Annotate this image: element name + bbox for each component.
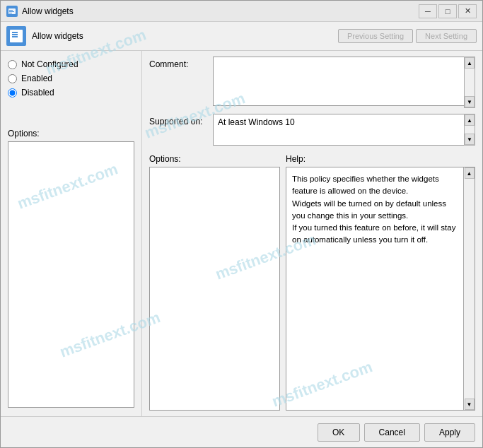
supported-field: At least Windows 10 ▲ ▼	[213, 114, 475, 146]
cancel-button[interactable]: Cancel	[364, 423, 420, 442]
next-setting-button[interactable]: Next Setting	[416, 29, 477, 43]
policy-title-area: Allow widgets	[6, 26, 334, 46]
enabled-label: Enabled	[21, 73, 52, 83]
left-panel: Not Configured Enabled Disabled Options:	[1, 51, 142, 416]
toolbar: Allow widgets Previous Setting Next Sett…	[1, 22, 482, 51]
help-scroll-down[interactable]: ▼	[465, 399, 475, 410]
comment-field: ▲ ▼	[213, 57, 475, 108]
help-scroll-up[interactable]: ▲	[465, 167, 475, 179]
disabled-option[interactable]: Disabled	[8, 88, 134, 98]
window-icon	[6, 6, 18, 17]
policy-name: Allow widgets	[32, 31, 83, 41]
not-configured-label: Not Configured	[21, 59, 78, 69]
svg-rect-3	[9, 13, 12, 13]
policy-icon-inner	[10, 30, 23, 42]
options-label-left: Options:	[8, 129, 134, 138]
svg-rect-2	[9, 11, 14, 12]
help-section: Help: This policy specifies whether the …	[286, 154, 475, 411]
prev-setting-button[interactable]: Previous Setting	[338, 29, 413, 43]
bottom-bar: OK Cancel Apply	[1, 416, 482, 447]
policy-icon	[6, 26, 26, 46]
help-section-label: Help:	[286, 154, 475, 164]
comment-textarea[interactable]	[213, 57, 475, 106]
title-bar-left: Allow widgets	[6, 6, 74, 17]
window-body: msfitnext.com msfitnext.com msfitnext.co…	[1, 22, 482, 447]
options-panel	[149, 167, 280, 411]
close-button[interactable]: ✕	[458, 4, 477, 18]
supported-box: At least Windows 10	[213, 114, 475, 146]
title-bar: Allow widgets ─ □ ✕	[1, 1, 482, 22]
svg-rect-1	[9, 10, 13, 11]
disabled-label: Disabled	[21, 88, 54, 98]
minimize-button[interactable]: ─	[419, 4, 437, 18]
comment-scroll-down[interactable]: ▼	[465, 96, 475, 107]
enabled-radio[interactable]	[8, 74, 17, 83]
apply-button[interactable]: Apply	[424, 423, 475, 442]
comment-label: Comment:	[149, 57, 213, 69]
options-section: Options:	[149, 154, 280, 411]
maximize-button[interactable]: □	[438, 4, 457, 18]
toolbar-buttons: Previous Setting Next Setting	[338, 29, 477, 43]
supported-text: At least Windows 10	[214, 114, 475, 145]
options-box-left	[8, 141, 134, 408]
not-configured-radio[interactable]	[8, 60, 17, 69]
title-controls: ─ □ ✕	[419, 4, 477, 18]
supported-scroll-down[interactable]: ▼	[465, 134, 475, 145]
supported-on-row: Supported on: At least Windows 10 ▲ ▼	[149, 114, 475, 146]
radio-group: Not Configured Enabled Disabled	[8, 59, 134, 98]
help-text: This policy specifies whether the widget…	[286, 167, 462, 252]
ok-button[interactable]: OK	[318, 423, 360, 442]
bottom-panels: Options: Help: This policy specifies whe…	[149, 154, 475, 411]
not-configured-option[interactable]: Not Configured	[8, 59, 134, 69]
content-area: Not Configured Enabled Disabled Options:	[1, 51, 482, 416]
supported-scroll-up[interactable]: ▲	[465, 114, 475, 126]
comment-scroll-up[interactable]: ▲	[465, 57, 475, 69]
comment-row: Comment: ▲ ▼	[149, 57, 475, 108]
disabled-radio[interactable]	[8, 88, 17, 98]
main-window: Allow widgets ─ □ ✕ msfitnext.com msfitn…	[0, 0, 483, 448]
options-section-label: Options:	[149, 154, 280, 164]
help-panel: This policy specifies whether the widget…	[286, 167, 475, 411]
right-panel: Comment: ▲ ▼ Supported on:	[142, 51, 482, 416]
window-title: Allow widgets	[22, 6, 74, 16]
enabled-option[interactable]: Enabled	[8, 73, 134, 83]
supported-on-label: Supported on:	[149, 114, 213, 126]
